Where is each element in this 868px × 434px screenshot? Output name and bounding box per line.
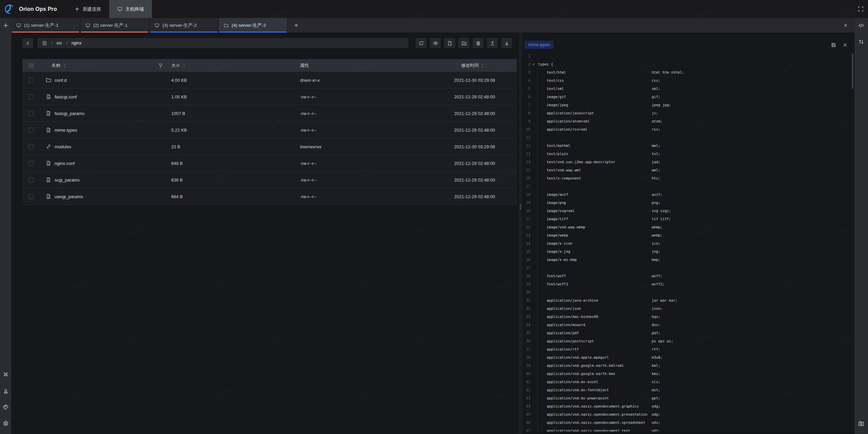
file-row-modules[interactable]: modules22 Blrwxrwxrwx2021-12-30 03:29:08 <box>22 138 517 155</box>
left-rail-shortcuts-button[interactable]: ⌘ <box>3 372 9 378</box>
fold-gutter <box>530 370 536 378</box>
right-rail-transfer-list-button[interactable] <box>858 39 864 45</box>
row-checkbox[interactable] <box>28 144 34 149</box>
editor-line: 31 application/java-archive jar war ear; <box>522 296 854 304</box>
column-header-mtime[interactable]: 修改时间 <box>422 62 517 69</box>
editor-line: 24 image/x-icon ico; <box>522 239 854 247</box>
session-tab-2[interactable]: (2) server-生产-1 <box>80 18 150 33</box>
plus-icon <box>3 22 9 29</box>
fold-gutter <box>530 329 536 337</box>
editor-close-button[interactable] <box>843 42 848 48</box>
breadcrumb[interactable]: /etc/nginx <box>37 38 408 48</box>
left-rail-theme-button[interactable] <box>3 404 9 410</box>
code-text: text/vnd.sun.j2me.app-descriptor jad; <box>536 158 660 166</box>
delete-button[interactable] <box>473 38 484 48</box>
file-row-mime.types[interactable]: mime.types5.22 KB-rw-r--r--2021-12-29 02… <box>22 122 517 138</box>
download-button[interactable] <box>501 38 512 48</box>
sort-icon[interactable] <box>183 63 186 68</box>
file-icon <box>46 194 51 199</box>
code-text: font/woff2 woff2; <box>536 280 665 288</box>
folder-plus-icon <box>461 41 467 46</box>
row-checkbox[interactable] <box>28 111 34 116</box>
file-size: 1.05 KB <box>165 94 294 99</box>
filter-icon[interactable] <box>158 63 163 68</box>
left-rail-identity-button[interactable] <box>3 388 9 394</box>
file-row-scgi_params[interactable]: scgi_params636 B-rw-r--r--2021-12-29 02:… <box>22 172 517 188</box>
file-name: nginx.conf <box>55 161 75 166</box>
code-text <box>536 52 538 60</box>
file-name: conf.d <box>55 78 66 83</box>
line-number: 34 <box>522 321 530 329</box>
fullscreen-button[interactable] <box>853 0 868 18</box>
file-size: 1007 B <box>165 111 294 116</box>
back-button[interactable] <box>22 38 33 48</box>
editor-line: 9 application/atom+xml atom; <box>522 117 854 125</box>
fullscreen-icon <box>858 6 864 12</box>
top-menu-host-terminal[interactable]: 主机终端 <box>109 0 152 18</box>
editor-file-tab[interactable]: mime.types <box>525 41 554 49</box>
row-checkbox[interactable] <box>28 161 34 166</box>
sort-icon[interactable] <box>63 63 66 68</box>
line-number: 35 <box>522 329 530 337</box>
editor-line: 28 font/woff woff; <box>522 272 854 280</box>
preview-button[interactable] <box>430 38 441 48</box>
fold-gutter <box>530 150 536 158</box>
session-tab-4[interactable]: (4) server-生产-2 <box>219 18 288 33</box>
column-header-name[interactable]: 名称 <box>39 62 165 69</box>
code-text: application/vnd.ms-powerpoint ppt; <box>536 394 660 402</box>
breadcrumb-segment[interactable]: nginx <box>72 41 82 45</box>
sort-icon[interactable] <box>481 63 484 68</box>
line-number: 21 <box>522 215 530 223</box>
new-folder-button[interactable] <box>458 38 469 48</box>
file-size: 22 B <box>165 144 294 149</box>
new-file-button[interactable] <box>444 38 455 48</box>
gear-icon <box>3 420 9 427</box>
editor-actions <box>831 42 848 48</box>
close-all-tabs-button[interactable] <box>837 18 854 33</box>
line-number: 20 <box>522 207 530 215</box>
fold-gutter <box>530 394 536 402</box>
row-checkbox[interactable] <box>28 177 34 183</box>
code-text: application/javascript js; <box>536 109 658 117</box>
main-area: (1) server-生产-1(2) server-生产-1(3) server… <box>11 18 854 434</box>
upload-button[interactable] <box>487 38 498 48</box>
column-header-size[interactable]: 大小 <box>165 62 294 69</box>
file-row-fastcgi_params[interactable]: fastcgi_params1007 B-rw-r--r--2021-12-29… <box>22 105 517 122</box>
file-row-uwsgi_params[interactable]: uwsgi_params664 B-rw-r--r--2021-12-29 02… <box>22 188 517 205</box>
breadcrumb-segment[interactable]: etc <box>56 41 62 45</box>
file-permissions: -rw-r--r-- <box>294 177 422 183</box>
row-checkbox[interactable] <box>28 94 34 99</box>
row-checkbox[interactable] <box>28 194 34 199</box>
code-text: application/rss+xml rss; <box>536 125 660 133</box>
right-rail-screenshot-button[interactable] <box>858 420 864 427</box>
editor-body[interactable]: 12types {3 text/html html htm shtml;4 te… <box>522 52 854 434</box>
select-all-checkbox[interactable] <box>28 63 34 68</box>
editor-line: 5 text/xml xml; <box>522 84 854 93</box>
file-row-fastcgi.conf[interactable]: fastcgi.conf1.05 KB-rw-r--r--2021-12-29 … <box>22 89 517 105</box>
row-checkbox[interactable] <box>28 78 34 83</box>
session-tab-label: (4) server-生产-2 <box>232 22 266 29</box>
top-menu-new-connection[interactable]: 新建连接 <box>66 0 109 18</box>
right-rail-code-view-button[interactable] <box>858 22 864 29</box>
session-tab-1[interactable]: (1) server-生产-1 <box>11 18 80 33</box>
file-row-conf.d[interactable]: conf.d4.00 KBdrwxr-xr-x2021-12-30 03:29:… <box>22 72 517 89</box>
editor-save-button[interactable] <box>831 42 836 48</box>
line-number: 8 <box>522 109 530 117</box>
left-rail-settings-button[interactable] <box>3 420 9 427</box>
fold-toggle[interactable] <box>530 60 536 68</box>
code-text: application/atom+xml atom; <box>536 117 663 125</box>
top-menu-label: 主机终端 <box>125 6 144 12</box>
refresh-button[interactable] <box>416 38 427 48</box>
add-session-tab-button[interactable] <box>288 18 304 33</box>
left-rail-add-button[interactable] <box>3 22 9 29</box>
file-size: 5.22 KB <box>165 128 294 133</box>
file-row-nginx.conf[interactable]: nginx.conf648 B-rw-r--r--2021-12-29 02:4… <box>22 155 517 172</box>
editor-scrollbar-thumb[interactable] <box>852 53 853 89</box>
file-icon <box>46 111 51 116</box>
row-checkbox[interactable] <box>28 128 34 133</box>
fold-gutter <box>530 76 536 84</box>
folder-icon <box>224 23 229 28</box>
code-text: text/mathml mml; <box>536 141 660 150</box>
panel-splitter[interactable] <box>519 33 522 434</box>
session-tab-3[interactable]: (3) server-生产-2 <box>150 18 219 33</box>
